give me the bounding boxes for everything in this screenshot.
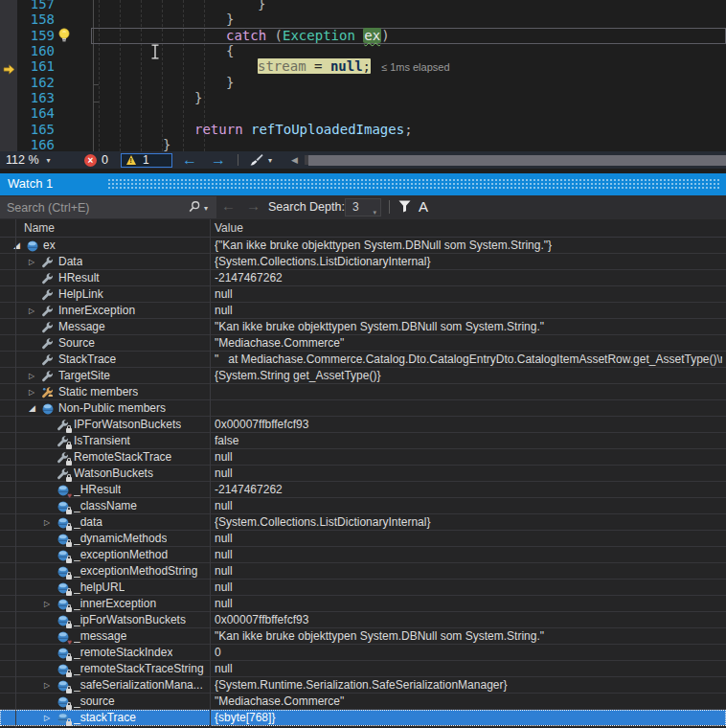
watch-row[interactable]: Source"Mediachase.Commerce" xyxy=(0,335,726,352)
watch-row[interactable]: StackTrace" at Mediachase.Commerce.Catal… xyxy=(0,352,726,368)
row-value[interactable]: null xyxy=(215,287,722,301)
search-input[interactable] xyxy=(0,196,182,218)
watch-row[interactable]: _remoteStackIndex0 xyxy=(0,645,726,661)
column-header-value[interactable]: Value xyxy=(215,221,243,235)
watch-row[interactable]: ▷InnerExceptionnull xyxy=(0,303,726,319)
watch-row[interactable]: ▷_data{System.Collections.ListDictionary… xyxy=(0,514,726,531)
row-value[interactable]: {System.Collections.ListDictionaryIntern… xyxy=(215,515,722,529)
search-depth-select[interactable]: 3 ▾ xyxy=(345,198,381,216)
row-name[interactable]: Data xyxy=(58,255,82,268)
row-name[interactable]: IPForWatsonBuckets xyxy=(74,418,181,431)
row-name[interactable]: RemoteStackTrace xyxy=(74,450,171,464)
error-icon[interactable]: × xyxy=(84,154,97,167)
column-splitter[interactable] xyxy=(210,219,211,728)
row-name[interactable]: WatsonBuckets xyxy=(74,466,153,480)
row-value[interactable]: 0 xyxy=(215,646,722,659)
expand-expander-icon[interactable]: ▷ xyxy=(29,385,40,399)
row-value[interactable]: {"Kan ikke bruke objekttypen System.DBNu… xyxy=(215,239,722,252)
row-name[interactable]: _dynamicMethods xyxy=(74,532,167,545)
watch-row[interactable]: HResult-2147467262 xyxy=(0,270,726,286)
row-value[interactable]: null xyxy=(215,304,722,317)
row-name[interactable]: Static members xyxy=(58,385,138,398)
expand-expander-icon[interactable]: ▷ xyxy=(29,255,40,269)
watch-row[interactable]: IPForWatsonBuckets0x00007ffbffefcf93 xyxy=(0,417,726,433)
code-editor[interactable]: 157}158}159catch (Exception ex)160{161st… xyxy=(0,0,726,151)
row-name[interactable]: _HResult xyxy=(74,483,121,496)
row-name[interactable]: _className xyxy=(74,499,137,512)
row-value[interactable]: "Kan ikke bruke objekttypen System.DBNul… xyxy=(215,629,722,643)
expand-expander-icon[interactable]: ▷ xyxy=(29,369,40,383)
row-name[interactable]: _helpURL xyxy=(74,580,125,594)
watch-titlebar[interactable]: Watch 1 xyxy=(0,173,726,195)
zoom-level-select[interactable]: 112 % ▾ xyxy=(6,151,51,169)
row-name[interactable]: _remoteStackTraceString xyxy=(74,662,204,675)
row-name[interactable]: _message xyxy=(74,629,126,643)
row-value[interactable]: "Mediachase.Commerce" xyxy=(215,336,722,350)
expand-expander-icon[interactable]: ▷ xyxy=(44,678,56,693)
watch-row[interactable]: _helpURLnull xyxy=(0,580,726,596)
search-next-button[interactable]: → xyxy=(246,197,261,214)
row-value[interactable]: "Mediachase.Commerce" xyxy=(215,694,722,708)
code-line[interactable]: 160{ xyxy=(0,43,726,59)
format-brush-button[interactable]: ▾ xyxy=(249,151,272,169)
watch-row[interactable]: _dynamicMethodsnull xyxy=(0,531,726,547)
row-name[interactable]: _safeSerializationMana... xyxy=(74,678,203,692)
match-case-button[interactable]: A xyxy=(419,198,428,215)
row-name[interactable]: TargetSite xyxy=(58,369,110,382)
watch-row[interactable]: _source"Mediachase.Commerce" xyxy=(0,694,726,710)
row-name[interactable]: IsTransient xyxy=(74,434,130,447)
code-line[interactable]: 163} xyxy=(0,90,726,106)
expand-expander-icon[interactable]: ▷ xyxy=(44,711,56,725)
watch-row[interactable]: _exceptionMethodnull xyxy=(0,547,726,563)
code-line[interactable]: 162} xyxy=(0,75,726,91)
row-name[interactable]: _ipForWatsonBuckets xyxy=(74,613,186,626)
watch-row[interactable]: ▷Data{System.Collections.ListDictionaryI… xyxy=(0,254,726,270)
code-line[interactable]: 159catch (Exception ex) xyxy=(0,28,726,44)
perf-tip[interactable]: ≤ 1ms elapsed xyxy=(381,61,449,73)
watch-row[interactable]: ▷_innerExceptionnull xyxy=(0,596,726,612)
search-box[interactable]: ▾ xyxy=(0,196,216,218)
expand-expander-icon[interactable]: ▷ xyxy=(29,304,40,318)
row-value[interactable]: null xyxy=(215,662,722,675)
watch-row[interactable]: ▷TargetSite{System.String get_AssetType(… xyxy=(0,368,726,384)
row-value[interactable]: null xyxy=(215,532,722,545)
watch-row[interactable]: ♥_HResult-2147467262 xyxy=(0,482,726,498)
row-name[interactable]: Source xyxy=(58,336,95,350)
row-value[interactable]: {sbyte[768]} xyxy=(215,711,722,724)
error-count[interactable]: 0 xyxy=(102,151,108,169)
row-value[interactable]: -2147467262 xyxy=(215,271,722,284)
row-name[interactable]: HelpLink xyxy=(58,287,103,301)
row-value[interactable]: null xyxy=(215,564,722,578)
scrollbar-thumb[interactable] xyxy=(308,155,726,166)
row-value[interactable]: {System.String get_AssetType()} xyxy=(215,369,722,382)
code-line[interactable]: 164 xyxy=(0,105,726,122)
watch-row[interactable]: _ipForWatsonBuckets0x00007ffbffefcf93 xyxy=(0,612,726,628)
chevron-down-icon[interactable]: ▾ xyxy=(204,204,208,213)
row-name[interactable]: StackTrace xyxy=(58,353,116,366)
row-value[interactable]: false xyxy=(215,434,722,447)
watch-row[interactable]: ◢Non-Public members xyxy=(0,400,726,417)
filter-button[interactable] xyxy=(397,199,412,216)
row-name[interactable]: _exceptionMethodString xyxy=(74,564,197,578)
watch-row[interactable]: ♥_message"Kan ikke bruke objekttypen Sys… xyxy=(0,628,726,645)
watch-row[interactable]: _remoteStackTraceStringnull xyxy=(0,661,726,677)
navigate-back-button[interactable]: ← xyxy=(182,151,197,169)
watch-row[interactable]: ▷_stackTrace{sbyte[768]} xyxy=(0,710,726,726)
warning-count-button[interactable]: 1 xyxy=(121,153,172,168)
row-name[interactable]: Non-Public members xyxy=(58,401,166,415)
scrollbar-left-arrow[interactable]: ◀ xyxy=(291,155,298,165)
row-name[interactable]: HResult xyxy=(58,271,100,284)
row-name[interactable]: _exceptionMethod xyxy=(74,548,168,561)
row-value[interactable]: null xyxy=(215,499,722,512)
lightbulb-icon[interactable] xyxy=(57,28,71,47)
navigate-forward-button[interactable]: → xyxy=(211,151,226,169)
watch-row[interactable]: RemoteStackTracenull xyxy=(0,449,726,466)
watch-row[interactable]: IsTransientfalse xyxy=(0,433,726,449)
watch-row[interactable]: _exceptionMethodStringnull xyxy=(0,563,726,580)
code-line[interactable]: 161stream = null;≤ 1ms elapsed xyxy=(0,58,726,75)
search-icon[interactable] xyxy=(188,200,201,217)
code-line[interactable]: 165return refToUploadedImages; xyxy=(0,122,726,138)
search-prev-button[interactable]: ← xyxy=(221,197,236,214)
code-line[interactable]: 158} xyxy=(0,11,726,28)
code-line[interactable]: 166} xyxy=(0,137,726,151)
